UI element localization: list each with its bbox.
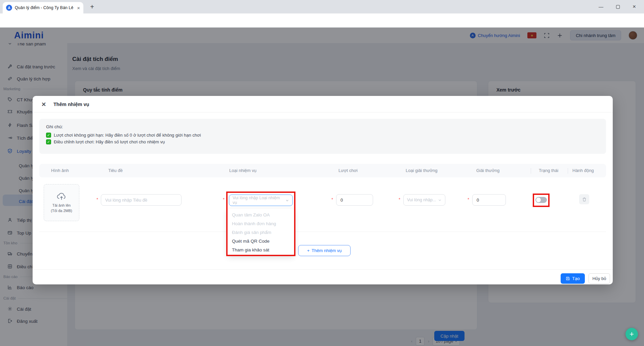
dropdown-option: Quan tâm Zalo OA [227, 210, 294, 219]
favicon: A [6, 5, 12, 11]
modal-title: Thêm nhiệm vụ [53, 102, 89, 107]
notes-box: Ghi chú: ✓Lượt chơi không giới hạn: Hãy … [39, 119, 606, 154]
close-window-button[interactable]: × [633, 3, 636, 10]
task-type-dropdown-menu: Quan tâm Zalo OAHoàn thành đơn hàngĐánh … [227, 209, 294, 255]
column-header: Hành động [572, 168, 594, 173]
task-type-placeholder: Vui lòng nhập Loại nhiệm vụ [233, 196, 285, 205]
column-header: Giải thưởng [476, 168, 499, 173]
check-icon: ✓ [46, 133, 51, 138]
plays-input[interactable] [336, 194, 373, 206]
column-header: Loại nhiệm vụ [229, 168, 256, 173]
dropdown-option[interactable]: Quét mã QR Code [227, 237, 294, 245]
reward-input[interactable] [472, 194, 506, 206]
trash-icon [582, 197, 587, 202]
modal-close-icon[interactable]: ✕ [41, 101, 46, 108]
delete-row-button[interactable] [579, 194, 589, 204]
window-controls: — × [599, 0, 644, 13]
floating-add-button[interactable]: + [626, 328, 638, 340]
header-separator [531, 168, 531, 174]
title-input[interactable] [101, 194, 182, 206]
upload-label-2: (Tối đa 2MB) [51, 208, 72, 214]
column-header: Tiêu đề [108, 168, 123, 173]
dropdown-option: Hoàn thành đơn hàng [227, 219, 294, 228]
column-header: Hình ảnh [51, 168, 69, 173]
cloud-upload-icon [56, 192, 67, 201]
minimize-button[interactable]: — [599, 4, 603, 9]
chevron-down-icon [438, 198, 442, 202]
image-upload-box[interactable]: Tải ảnh lên (Tối đa 2MB) [44, 184, 79, 221]
notes-list: ✓Lượt chơi không giới hạn: Hãy điền số 0… [46, 133, 599, 144]
cancel-button[interactable]: Hủy bỏ [589, 273, 610, 284]
tab-close-icon[interactable]: × [77, 5, 80, 11]
reward-type-select[interactable]: Vui lòng nhập... [403, 194, 445, 206]
add-task-modal: ✕ Thêm nhiệm vụ Ghi chú: ✓Lượt chơi khôn… [33, 96, 613, 284]
add-task-row-button[interactable]: + Thêm nhiệm vụ [298, 245, 351, 256]
maximize-button[interactable] [616, 5, 620, 9]
status-toggle[interactable] [535, 197, 547, 203]
note-line: ✓Lượt chơi không giới hạn: Hãy điền số 0… [46, 133, 599, 138]
header-separator [568, 168, 568, 174]
plus-icon: + [307, 248, 310, 253]
dropdown-option: Đánh giá sản phẩm [227, 228, 294, 237]
create-button[interactable]: Tạo [561, 273, 585, 284]
column-header: Loại giải thưởng [406, 168, 438, 173]
chevron-down-icon [285, 199, 289, 202]
reward-type-placeholder: Vui lòng nhập... [407, 198, 436, 202]
new-tab-button[interactable]: + [88, 3, 96, 11]
browser-tab[interactable]: A Quản lý điểm - Công Ty Bán Lẻ × [3, 2, 83, 13]
browser-toolbar: admin.aimini.vn/admin/marketing/loyalty/… [0, 13, 644, 28]
column-header: Lượt chơi [338, 168, 358, 173]
save-icon [566, 276, 570, 281]
check-icon: ✓ [46, 139, 51, 144]
task-type-select[interactable]: Vui lòng nhập Loại nhiệm vụ [229, 195, 293, 206]
tab-strip: A Quản lý điểm - Công Ty Bán Lẻ × + — × [0, 0, 644, 13]
task-table-header: Hình ảnhTiêu đềLoại nhiệm vụLượt chơiLoạ… [39, 164, 606, 177]
note-line: ✓Điều chỉnh lượt chơi: Hãy điền số lượt … [46, 139, 599, 144]
column-header: Trạng thái [539, 168, 558, 173]
tab-title: Quản lý điểm - Công Ty Bán Lẻ [15, 5, 74, 10]
upload-label-1: Tải ảnh lên [51, 203, 72, 208]
notes-heading: Ghi chú: [46, 124, 599, 129]
dropdown-option[interactable]: Tham gia khảo sát [227, 245, 294, 254]
